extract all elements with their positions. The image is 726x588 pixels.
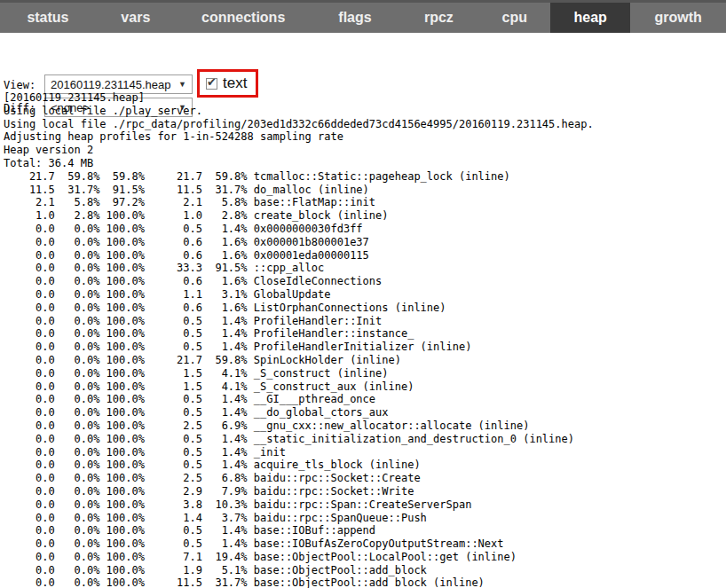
chevron-down-icon: ▼ bbox=[178, 80, 186, 89]
profile-output: [20160119.231145.heap] Using local file … bbox=[4, 91, 594, 588]
text-checkbox[interactable]: ✔ bbox=[206, 78, 217, 90]
view-label: View: bbox=[4, 79, 36, 91]
tab-label: rpcz bbox=[424, 10, 454, 26]
tab-vars[interactable]: vars bbox=[96, 3, 176, 33]
tab-flags[interactable]: flags bbox=[312, 3, 399, 33]
tab-label: heap bbox=[574, 10, 607, 26]
tab-status[interactable]: status bbox=[0, 3, 96, 33]
tab-connections[interactable]: connections bbox=[176, 3, 312, 33]
profile-controls: View: 20160119.231145.heap ▼ Diff: <none… bbox=[0, 33, 726, 91]
tab-label: vars bbox=[121, 10, 150, 26]
tab-heap[interactable]: heap bbox=[550, 3, 630, 33]
tab-label: connections bbox=[201, 10, 285, 26]
text-checkbox-label: text bbox=[223, 74, 247, 92]
tab-rpcz[interactable]: rpcz bbox=[399, 3, 478, 33]
tab-label: flags bbox=[338, 10, 371, 26]
top-nav-bar: status vars connections flags rpcz cpu h… bbox=[0, 0, 726, 33]
tab-label: growth bbox=[654, 10, 701, 26]
checkmark-icon: ✔ bbox=[207, 76, 217, 88]
tab-label: cpu bbox=[502, 10, 527, 26]
tab-growth[interactable]: growth bbox=[630, 3, 726, 33]
tab-cpu[interactable]: cpu bbox=[478, 3, 550, 33]
view-select-value: 20160119.231145.heap bbox=[51, 78, 170, 91]
tab-label: status bbox=[27, 10, 68, 26]
